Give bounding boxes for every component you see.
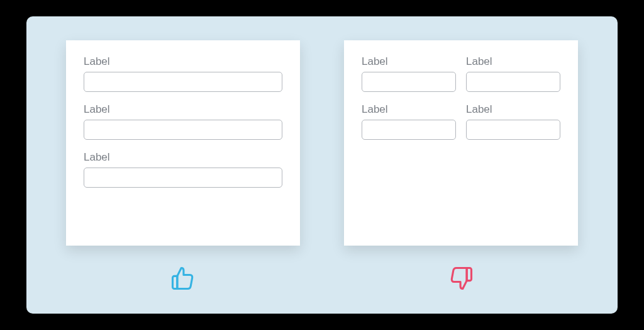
text-input[interactable]: [362, 72, 456, 92]
field-label: Label: [362, 55, 456, 68]
text-input[interactable]: [466, 120, 560, 140]
form-field: Label: [362, 103, 456, 140]
good-example: Label Label Label: [57, 40, 309, 301]
form-field: Label: [84, 103, 282, 140]
text-input[interactable]: [84, 168, 282, 188]
field-label: Label: [84, 151, 282, 164]
form-field: Label: [362, 55, 456, 92]
text-input[interactable]: [466, 72, 560, 92]
form-field: Label: [84, 55, 282, 92]
form-field: Label: [466, 55, 560, 92]
field-label: Label: [362, 103, 456, 116]
comparison-canvas: Label Label Label: [26, 16, 618, 314]
thumbs-down-icon: [447, 265, 475, 292]
form-field: Label: [466, 103, 560, 140]
field-label: Label: [84, 103, 282, 116]
two-column-form: Label Label Label Label: [362, 55, 560, 140]
good-form-card: Label Label Label: [66, 40, 300, 246]
bad-example: Label Label Label Label: [335, 40, 587, 301]
text-input[interactable]: [84, 120, 282, 140]
single-column-form: Label Label Label: [84, 55, 282, 188]
text-input[interactable]: [362, 120, 456, 140]
form-field: Label: [84, 151, 282, 188]
bad-form-card: Label Label Label Label: [344, 40, 578, 246]
thumbs-up-icon: [169, 265, 197, 292]
field-label: Label: [466, 103, 560, 116]
field-label: Label: [84, 55, 282, 68]
text-input[interactable]: [84, 72, 282, 92]
field-label: Label: [466, 55, 560, 68]
